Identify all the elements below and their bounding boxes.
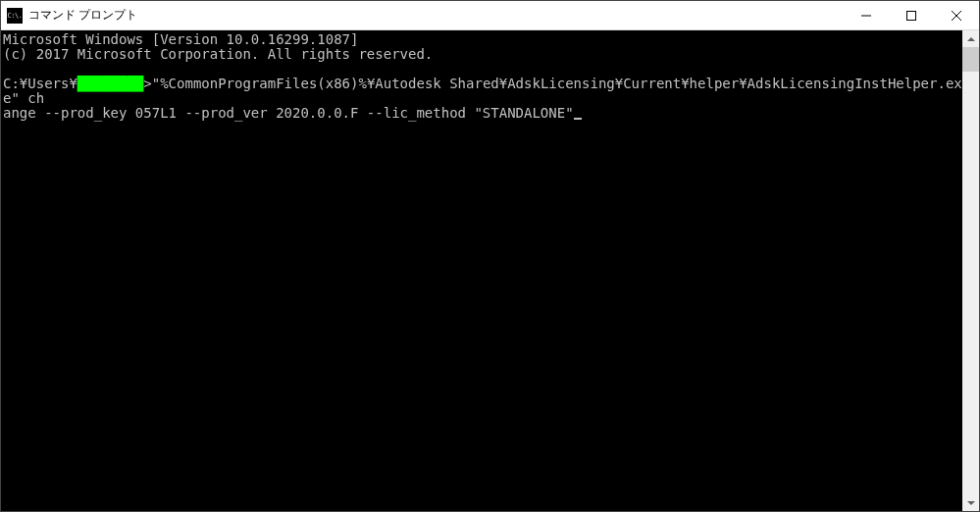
prompt-prefix: C:¥Users¥ [3, 76, 77, 91]
version-line: Microsoft Windows [Version 10.0.16299.10… [3, 31, 358, 47]
cursor [574, 118, 582, 120]
scroll-track[interactable] [962, 47, 979, 494]
command-text-2: ange --prod_key 057L1 --prod_ver 2020.0.… [3, 105, 574, 121]
scroll-up-button[interactable] [962, 30, 979, 47]
close-icon [952, 11, 961, 21]
maximize-icon [906, 11, 916, 21]
cmd-icon-text: C:\. [8, 12, 23, 20]
window-titlebar: C:\. コマンド プロンプト [1, 1, 979, 30]
window-controls [844, 1, 979, 29]
console-area: Microsoft Windows [Version 10.0.16299.10… [1, 30, 979, 511]
chevron-up-icon [967, 37, 975, 41]
scroll-thumb[interactable] [962, 47, 979, 72]
copyright-line: (c) 2017 Microsoft Corporation. All righ… [3, 46, 433, 62]
scroll-down-button[interactable] [962, 494, 979, 511]
window-title: コマンド プロンプト [28, 7, 844, 24]
vertical-scrollbar[interactable] [962, 30, 979, 511]
chevron-down-icon [967, 501, 975, 505]
redacted-username: ████████ [77, 77, 143, 91]
svg-rect-1 [907, 11, 916, 20]
cmd-icon: C:\. [7, 8, 23, 24]
maximize-button[interactable] [889, 1, 934, 29]
prompt-suffix: > [143, 76, 151, 91]
minimize-button[interactable] [844, 1, 889, 29]
svg-marker-4 [967, 37, 975, 41]
svg-marker-5 [967, 501, 975, 505]
close-button[interactable] [934, 1, 979, 29]
console-output[interactable]: Microsoft Windows [Version 10.0.16299.10… [1, 30, 962, 511]
minimize-icon [861, 11, 871, 21]
